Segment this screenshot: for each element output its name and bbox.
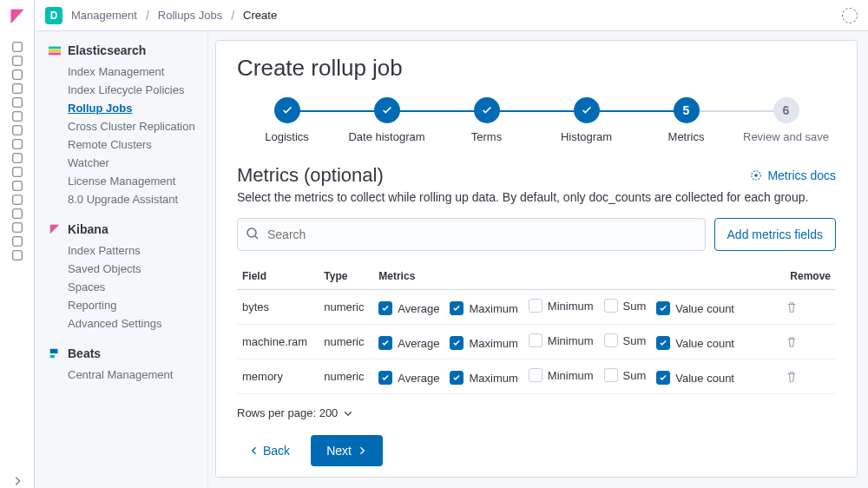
compass-icon[interactable] xyxy=(10,54,24,68)
svg-rect-5 xyxy=(12,112,22,122)
page-title: Create rollup job xyxy=(237,55,836,82)
checkbox-label: Minimum xyxy=(548,300,594,313)
remove-button[interactable] xyxy=(786,301,831,313)
management-icon[interactable] xyxy=(10,248,24,262)
sidebar-item-index-lifecycle-policies[interactable]: Index Lifecycle Policies xyxy=(49,81,201,99)
checkbox-label: Average xyxy=(398,302,439,315)
step-review-and-save[interactable]: 6Review and save xyxy=(736,97,836,143)
checkbox-maximum[interactable]: Maximum xyxy=(450,301,517,315)
svg-rect-6 xyxy=(12,126,22,135)
col-type: Type xyxy=(319,263,373,290)
rows-per-page[interactable]: Rows per page: 200 xyxy=(237,406,836,419)
checkbox-sum[interactable]: Sum xyxy=(604,368,647,382)
sidebar-item-reporting[interactable]: Reporting xyxy=(49,296,201,314)
col-field: Field xyxy=(237,263,319,290)
breadcrumb: Create xyxy=(243,9,277,22)
sidebar-item-license-management[interactable]: License Management xyxy=(49,172,201,190)
checkbox-minimum[interactable]: Minimum xyxy=(529,299,594,313)
step-label: Terms xyxy=(471,130,502,143)
sidebar-item-index-patterns[interactable]: Index Patterns xyxy=(49,241,201,260)
breadcrumb[interactable]: Rollups Jobs xyxy=(158,9,222,22)
sidebar-item-advanced-settings[interactable]: Advanced Settings xyxy=(49,314,201,333)
svg-rect-9 xyxy=(12,168,22,177)
logs-icon[interactable] xyxy=(10,165,24,179)
sidebar-item-central-management[interactable]: Central Management xyxy=(49,366,201,384)
sidebar-item-spaces[interactable]: Spaces xyxy=(49,278,201,296)
checkbox-average[interactable]: Average xyxy=(378,301,439,315)
apm-icon[interactable] xyxy=(10,193,24,207)
canvas-icon[interactable] xyxy=(10,96,24,109)
svg-rect-3 xyxy=(12,84,22,94)
sidebar-item-remote-clusters[interactable]: Remote Clusters xyxy=(49,135,201,154)
svg-rect-15 xyxy=(12,251,22,260)
svg-rect-1 xyxy=(12,56,22,66)
checkbox-maximum[interactable]: Maximum xyxy=(450,371,517,385)
back-label: Back xyxy=(263,444,290,458)
cell-metrics: AverageMaximumMinimumSumValue count xyxy=(373,359,780,394)
checkbox-sum[interactable]: Sum xyxy=(604,333,647,347)
table-row: machine.ramnumericAverageMaximumMinimumS… xyxy=(237,325,836,359)
siem-icon[interactable] xyxy=(10,207,24,221)
sidebar-item-saved-objects[interactable]: Saved Objects xyxy=(49,260,201,278)
cell-metrics: AverageMaximumMinimumSumValue count xyxy=(373,290,780,325)
add-metrics-button[interactable]: Add metrics fields xyxy=(714,218,836,251)
clock-icon[interactable] xyxy=(10,40,24,54)
code-icon[interactable] xyxy=(10,137,24,151)
chevron-right-icon xyxy=(357,445,367,456)
next-button[interactable]: Next xyxy=(311,435,383,466)
svg-rect-10 xyxy=(12,181,22,191)
step-logistics[interactable]: Logistics xyxy=(237,97,337,143)
checkbox-average[interactable]: Average xyxy=(378,336,439,350)
cell-metrics: AverageMaximumMinimumSumValue count xyxy=(373,325,780,359)
sidebar-item-watcher[interactable]: Watcher xyxy=(49,154,201,172)
checkbox-minimum[interactable]: Minimum xyxy=(529,333,594,347)
remove-button[interactable] xyxy=(786,371,831,383)
search-input[interactable] xyxy=(237,218,706,251)
remove-button[interactable] xyxy=(786,336,831,348)
checkbox-value-count[interactable]: Value count xyxy=(656,371,734,385)
step-metrics[interactable]: 5Metrics xyxy=(636,97,736,143)
svg-rect-17 xyxy=(49,49,61,52)
dev-tools-icon[interactable] xyxy=(10,221,24,234)
checkbox-sum[interactable]: Sum xyxy=(604,299,647,313)
checkbox-label: Sum xyxy=(623,334,647,347)
sidebar-item-8.0-upgrade-assistant[interactable]: 8.0 Upgrade Assistant xyxy=(49,190,201,208)
checkbox-maximum[interactable]: Maximum xyxy=(450,336,517,350)
col-remove: Remove xyxy=(780,263,836,290)
space-badge[interactable]: D xyxy=(45,7,62,24)
sidebar-group-elasticsearch: Elasticsearch xyxy=(49,43,201,57)
sidebar-item-cross-cluster-replication[interactable]: Cross Cluster Replication xyxy=(49,117,201,135)
kibana-logo[interactable] xyxy=(8,7,27,26)
svg-rect-12 xyxy=(12,209,22,219)
step-histogram[interactable]: Histogram xyxy=(536,97,636,143)
back-button[interactable]: Back xyxy=(237,435,302,466)
search-icon xyxy=(246,227,260,241)
checkbox-value-count[interactable]: Value count xyxy=(656,301,734,315)
dashboard-icon[interactable] xyxy=(10,82,24,96)
checkbox-value-count[interactable]: Value count xyxy=(656,336,734,350)
breadcrumb[interactable]: Management xyxy=(71,9,137,22)
svg-rect-11 xyxy=(12,195,22,205)
checkbox-average[interactable]: Average xyxy=(378,371,439,385)
step-label: Histogram xyxy=(561,130,612,143)
graph-icon[interactable] xyxy=(10,123,24,137)
checkbox-minimum[interactable]: Minimum xyxy=(529,368,594,382)
step-circle: 5 xyxy=(674,97,700,123)
metrics-docs-link[interactable]: Metrics docs xyxy=(750,168,836,182)
step-date-histogram[interactable]: Date histogram xyxy=(337,97,437,143)
help-icon[interactable] xyxy=(842,8,858,23)
stepper: LogisticsDate histogramTermsHistogram5Me… xyxy=(237,97,836,143)
collapse-icon[interactable] xyxy=(10,474,24,488)
step-terms[interactable]: Terms xyxy=(437,97,536,143)
col-metrics: Metrics xyxy=(373,263,780,290)
maps-icon[interactable] xyxy=(10,109,24,123)
infra-icon[interactable] xyxy=(10,151,24,165)
checkbox-label: Maximum xyxy=(469,302,517,315)
sidebar-item-index-management[interactable]: Index Management xyxy=(49,63,201,81)
uptime-icon[interactable] xyxy=(10,179,24,193)
sidebar-item-rollup-jobs[interactable]: Rollup Jobs xyxy=(49,99,201,117)
monitoring-icon[interactable] xyxy=(10,234,24,248)
visualize-icon[interactable] xyxy=(10,68,24,82)
breadcrumb-sep: / xyxy=(146,9,149,23)
checkbox-label: Average xyxy=(398,337,439,350)
